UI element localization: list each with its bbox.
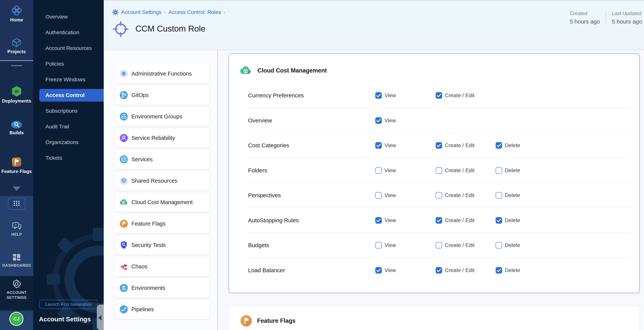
breadcrumb-link-roles[interactable]: Access Control: Roles <box>168 9 221 15</box>
view-checkbox[interactable] <box>375 267 382 274</box>
resource-category-card[interactable]: Security Tests <box>114 236 209 255</box>
create_edit-permission: Create / Edit <box>436 167 474 174</box>
create_edit-permission: Create / Edit <box>436 242 474 249</box>
resource-category-card[interactable]: Services <box>114 150 209 169</box>
dashboards-icon <box>12 253 21 261</box>
sidebar-collapse-handle[interactable] <box>97 304 104 330</box>
view-checkbox[interactable] <box>375 242 382 249</box>
permission-row-label: Perspectives <box>248 192 281 199</box>
collapse-left-icon <box>98 315 102 320</box>
launch-first-generation-button[interactable]: Launch First Generation <box>39 300 98 309</box>
rail-item-label: ACCOUNT SETTINGS <box>3 290 30 300</box>
permission-row-label: Currency Preferences <box>248 92 304 99</box>
create_edit-checkbox[interactable] <box>436 242 442 249</box>
rail-item[interactable]: Builds <box>0 120 33 135</box>
rail-item[interactable]: Projects <box>0 38 33 54</box>
rail-item[interactable]: ∞ Deployments <box>0 85 33 104</box>
gear-watermark <box>41 216 104 330</box>
delete-permission: Delete <box>496 142 520 149</box>
checkbox-label: Delete <box>505 168 520 174</box>
service-reliability-icon <box>120 134 128 142</box>
create_edit-permission: Create / Edit <box>436 217 474 224</box>
rail-item[interactable]: DASHBOARDS <box>0 253 33 268</box>
rail-item[interactable]: Feature Flags <box>0 156 33 174</box>
environments-icon <box>120 284 128 292</box>
sidebar-nav-item[interactable]: Access Control <box>39 89 104 102</box>
checkbox-label: Delete <box>505 217 520 223</box>
view-checkbox[interactable] <box>375 142 382 149</box>
view-checkbox[interactable] <box>375 192 382 199</box>
view-permission: View <box>375 142 396 149</box>
permissions-panel-title: Cloud Cost Management <box>258 67 327 74</box>
delete-permission: Delete <box>496 192 520 199</box>
checkbox-label: Delete <box>505 142 520 148</box>
created-value: 5 hours ago <box>570 18 600 25</box>
avatar[interactable]: CJ <box>10 312 23 325</box>
checkbox-label: Delete <box>505 267 520 273</box>
module-grid-button[interactable] <box>8 198 25 210</box>
permissions-panel: $ Cloud Cost Management Currency Prefere… <box>228 54 640 293</box>
view-checkbox[interactable] <box>375 217 382 224</box>
create_edit-checkbox[interactable] <box>436 192 442 199</box>
delete-checkbox[interactable] <box>496 142 502 149</box>
next-permissions-panel[interactable]: Feature Flags <box>228 306 640 330</box>
resource-category-card[interactable]: Feature Flags <box>114 214 209 233</box>
view-permission: View <box>375 92 396 99</box>
next-panel-title: Feature Flags <box>257 317 296 324</box>
delete-permission: Delete <box>496 217 520 224</box>
resource-category-card[interactable]: Pipelines <box>114 300 209 319</box>
delete-checkbox[interactable] <box>496 267 502 274</box>
resource-category-card[interactable]: Administrative Functions <box>114 64 209 83</box>
view-checkbox[interactable] <box>375 167 382 174</box>
rail-item[interactable]: Home <box>0 5 33 23</box>
sidebar-nav-item[interactable]: Organizations <box>33 134 104 150</box>
chaos-icon <box>120 262 128 271</box>
view-permission: View <box>375 167 396 174</box>
sidebar-nav-item[interactable]: Freeze Windows <box>33 72 104 87</box>
resource-category-card[interactable]: $ Cloud Cost Management <box>114 193 209 212</box>
sidebar-nav-item[interactable]: Tickets <box>33 150 104 166</box>
delete-checkbox[interactable] <box>496 242 502 249</box>
resource-category-card[interactable]: Chaos <box>114 257 209 276</box>
view-checkbox[interactable] <box>375 92 382 99</box>
create_edit-checkbox[interactable] <box>436 217 442 224</box>
feature-flags-icon <box>11 156 22 168</box>
breadcrumb: Account Settings › Access Control: Roles… <box>112 9 225 16</box>
breadcrumb-link-account-settings[interactable]: Account Settings <box>121 9 162 15</box>
rail-item[interactable]: ? HELP <box>0 222 33 237</box>
delete-checkbox[interactable] <box>496 167 502 174</box>
home-icon <box>11 5 22 16</box>
content-area: Administrative Functions GitOps Environm… <box>104 50 644 330</box>
sidebar-nav-item[interactable]: Subscriptions <box>33 103 104 119</box>
checkbox-label: Delete <box>505 192 520 198</box>
shared-resources-icon <box>120 177 128 185</box>
sidebar-nav-item[interactable]: Overview <box>33 9 104 25</box>
create_edit-checkbox[interactable] <box>436 92 442 99</box>
create_edit-checkbox[interactable] <box>436 167 442 174</box>
sidebar-nav-item[interactable]: Policies <box>33 56 104 72</box>
breadcrumb-separator: › <box>164 9 166 15</box>
resource-category-card[interactable]: Environments <box>114 278 209 297</box>
role-crosshair-icon <box>112 21 129 38</box>
create_edit-permission: Create / Edit <box>436 92 474 99</box>
resource-category-card[interactable]: Environment Groups <box>114 107 209 126</box>
view-checkbox[interactable] <box>375 117 382 124</box>
rail-item-account-settings[interactable]: ACCOUNT SETTINGS <box>0 279 33 300</box>
chevron-down-icon[interactable] <box>12 187 21 191</box>
view-permission: View <box>375 242 396 249</box>
permission-row: Currency PreferencesViewCreate / Edit <box>229 83 640 108</box>
sidebar-nav-item[interactable]: Audit Trail <box>33 119 104 134</box>
resource-category-card[interactable]: GitOps <box>114 86 209 105</box>
create_edit-checkbox[interactable] <box>436 142 442 149</box>
page-title: CCM Custom Role <box>136 24 206 34</box>
gear-icon <box>12 279 21 288</box>
help-icon: ? <box>12 222 22 230</box>
delete-checkbox[interactable] <box>496 217 502 224</box>
resource-category-card[interactable]: Shared Resources <box>114 171 209 190</box>
create_edit-checkbox[interactable] <box>436 267 442 274</box>
delete-checkbox[interactable] <box>496 192 502 199</box>
permission-row: FoldersViewCreate / EditDelete <box>229 158 640 183</box>
resource-category-card[interactable]: Service Reliability <box>114 128 209 147</box>
sidebar-nav-item[interactable]: Authentication <box>33 25 104 40</box>
sidebar-nav-item[interactable]: Account Resources <box>33 40 104 56</box>
